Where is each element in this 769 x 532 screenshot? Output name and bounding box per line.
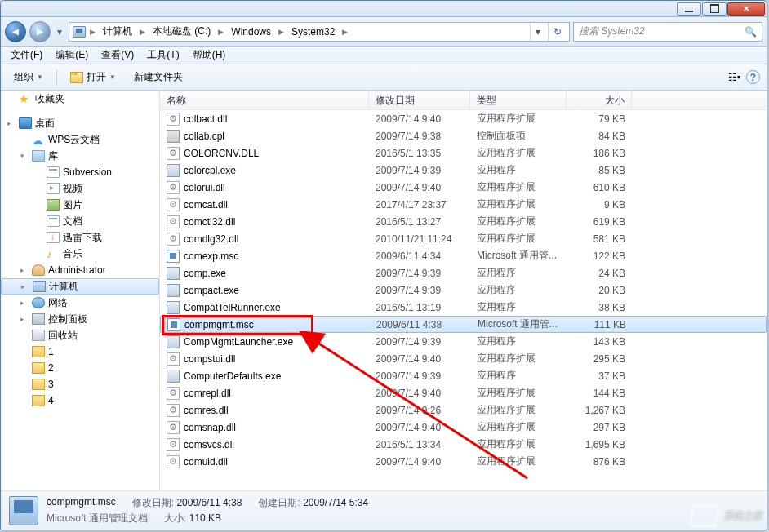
expander-icon[interactable]: ▸ xyxy=(20,266,29,274)
file-row[interactable]: COLORCNV.DLL2016/5/1 13:35应用程序扩展186 KB xyxy=(160,144,767,162)
open-button[interactable]: 打开 ▼ xyxy=(64,67,122,87)
breadcrumb[interactable]: 计算机 xyxy=(100,23,136,40)
file-icon xyxy=(167,284,180,297)
file-row[interactable]: comres.dll2009/7/14 9:26应用程序扩展1,267 KB xyxy=(160,401,767,419)
tree-item[interactable]: 图片 xyxy=(1,197,159,213)
tree-item[interactable]: Subversion xyxy=(1,164,159,180)
file-row[interactable]: comsvcs.dll2016/5/1 13:34应用程序扩展1,695 KB xyxy=(160,436,767,453)
file-type: 应用程序扩展 xyxy=(470,196,567,213)
tree-item[interactable]: 文档 xyxy=(1,213,159,229)
tree-item[interactable]: ▸Administrator xyxy=(1,262,159,278)
file-icon xyxy=(167,198,180,211)
column-type[interactable]: 类型 xyxy=(470,91,567,109)
search-icon: 🔍 xyxy=(745,26,757,38)
file-row[interactable]: colorui.dll2009/7/14 9:40应用程序扩展610 KB xyxy=(160,179,767,196)
file-name: comuid.dll xyxy=(184,456,228,468)
tree-item[interactable]: 4 xyxy=(1,392,159,409)
tree-item[interactable]: 3 xyxy=(1,376,159,392)
file-row[interactable]: comuid.dll2009/7/14 9:40应用程序扩展876 KB xyxy=(160,453,767,470)
file-date: 2016/5/1 13:35 xyxy=(369,146,470,161)
back-button[interactable]: ◄ xyxy=(5,21,26,42)
file-row[interactable]: comdlg32.dll2010/11/21 11:24应用程序扩展581 KB xyxy=(160,230,767,247)
chevron-right-icon[interactable]: ▶ xyxy=(217,28,224,36)
tree-item[interactable]: ▾库 xyxy=(1,148,159,164)
breadcrumb[interactable]: 本地磁盘 (C:) xyxy=(149,23,214,40)
address-dropdown[interactable]: ▾ xyxy=(530,23,545,41)
forward-button[interactable]: ► xyxy=(29,21,51,42)
file-row[interactable]: comcat.dll2017/4/17 23:37应用程序扩展9 KB xyxy=(160,196,767,213)
details-filetype: Microsoft 通用管理文档 xyxy=(47,512,148,525)
tree-label: 控制面板 xyxy=(48,313,87,326)
column-name[interactable]: 名称 xyxy=(160,91,369,109)
menu-help[interactable]: 帮助(H) xyxy=(186,47,233,64)
chevron-right-icon[interactable]: ▶ xyxy=(278,28,285,36)
tree-item[interactable]: ▸计算机 xyxy=(1,278,159,295)
column-headers: 名称 修改日期 类型 大小 xyxy=(160,91,767,110)
breadcrumb[interactable]: System32 xyxy=(288,24,338,39)
file-name: COLORCNV.DLL xyxy=(184,148,259,159)
column-date[interactable]: 修改日期 xyxy=(369,91,470,109)
file-row[interactable]: colorcpl.exe2009/7/14 9:39应用程序85 KB xyxy=(160,162,767,179)
expander-icon[interactable]: ▾ xyxy=(20,152,29,160)
search-input[interactable]: 搜索 System32 🔍 xyxy=(573,22,762,42)
tree-item[interactable]: ▸网络 xyxy=(1,295,159,311)
cloud-icon: ☁ xyxy=(32,134,45,145)
file-row[interactable]: CompMgmtLauncher.exe2009/7/14 9:39应用程序14… xyxy=(160,333,767,350)
tree-item[interactable]: ▸控制面板 xyxy=(1,311,159,327)
file-row[interactable]: colbact.dll2009/7/14 9:40应用程序扩展79 KB xyxy=(160,110,767,127)
tree-item[interactable]: 1 xyxy=(1,344,159,360)
new-folder-button[interactable]: 新建文件夹 xyxy=(127,67,189,87)
tree-item[interactable]: ▸桌面 xyxy=(1,115,159,131)
menu-file[interactable]: 文件(F) xyxy=(4,47,49,64)
tree-label: 3 xyxy=(48,379,54,390)
file-row[interactable]: comctl32.dll2016/5/1 13:27应用程序扩展619 KB xyxy=(160,213,767,230)
column-size[interactable]: 大小 xyxy=(567,91,632,109)
minimize-button[interactable] xyxy=(677,2,701,16)
tree-item[interactable]: ★收藏夹 xyxy=(1,91,159,107)
file-icon xyxy=(167,455,180,468)
chevron-right-icon[interactable]: ▶ xyxy=(89,28,96,36)
file-row[interactable]: CompatTelRunner.exe2016/5/1 13:19应用程序38 … xyxy=(160,299,767,316)
menu-tools[interactable]: 工具(T) xyxy=(140,47,185,64)
nav-history-dropdown[interactable]: ▾ xyxy=(54,26,65,38)
close-button[interactable] xyxy=(727,2,765,16)
address-bar[interactable]: ▶ 计算机 ▶ 本地磁盘 (C:) ▶ Windows ▶ System32 ▶… xyxy=(69,22,570,42)
expander-icon[interactable]: ▸ xyxy=(7,119,16,127)
tree-item[interactable]: ♪音乐 xyxy=(1,246,159,262)
expander-icon[interactable]: ▸ xyxy=(21,282,29,290)
tree-item[interactable]: 回收站 xyxy=(1,327,159,344)
chevron-right-icon[interactable]: ▶ xyxy=(139,28,146,36)
file-row[interactable]: comsnap.dll2009/7/14 9:40应用程序扩展297 KB xyxy=(160,419,767,436)
file-icon xyxy=(167,181,180,194)
file-size: 297 KB xyxy=(567,420,632,435)
help-button[interactable]: ? xyxy=(746,70,760,84)
file-row[interactable]: ComputerDefaults.exe2009/7/14 9:39应用程序37… xyxy=(160,367,767,384)
chevron-right-icon[interactable]: ▶ xyxy=(341,28,349,36)
file-row[interactable]: compmgmt.msc2009/6/11 4:38Microsoft 通用管.… xyxy=(160,316,767,333)
file-row[interactable]: collab.cpl2009/7/14 9:38控制面板项84 KB xyxy=(160,127,767,144)
tree-item[interactable]: 2 xyxy=(1,360,159,376)
refresh-button[interactable]: ↻ xyxy=(548,23,566,41)
file-size: 79 KB xyxy=(567,112,632,126)
file-row[interactable]: compstui.dll2009/7/14 9:40应用程序扩展295 KB xyxy=(160,350,767,367)
file-row[interactable]: comexp.msc2009/6/11 4:34Microsoft 通用管...… xyxy=(160,247,767,264)
file-list[interactable]: 名称 修改日期 类型 大小 colbact.dll2009/7/14 9:40应… xyxy=(160,91,767,490)
file-date: 2016/5/1 13:19 xyxy=(369,300,470,315)
menu-edit[interactable]: 编辑(E) xyxy=(49,47,95,64)
maximize-button[interactable] xyxy=(702,2,727,16)
expander-icon[interactable]: ▸ xyxy=(20,315,29,323)
file-row[interactable]: comp.exe2009/7/14 9:39应用程序24 KB xyxy=(160,264,767,282)
tree-label: 2 xyxy=(48,362,54,374)
file-row[interactable]: compact.exe2009/7/14 9:39应用程序20 KB xyxy=(160,282,767,299)
tree-item[interactable]: ☁WPS云文档 xyxy=(1,131,159,148)
expander-icon[interactable]: ▸ xyxy=(20,299,29,307)
breadcrumb[interactable]: Windows xyxy=(228,24,274,39)
menu-view[interactable]: 查看(V) xyxy=(95,47,140,64)
tree-label: 图片 xyxy=(63,198,82,212)
view-options-button[interactable]: ☷ ▾ xyxy=(727,70,741,85)
tree-item[interactable]: 视频 xyxy=(1,180,159,197)
organize-button[interactable]: 组织 ▼ xyxy=(7,67,50,87)
file-row[interactable]: comrepl.dll2009/7/14 9:40应用程序扩展144 KB xyxy=(160,384,767,401)
navigation-tree[interactable]: ★收藏夹▸桌面☁WPS云文档▾库Subversion视频图片文档迅雷下载♪音乐▸… xyxy=(1,91,160,490)
tree-item[interactable]: 迅雷下载 xyxy=(1,229,159,246)
